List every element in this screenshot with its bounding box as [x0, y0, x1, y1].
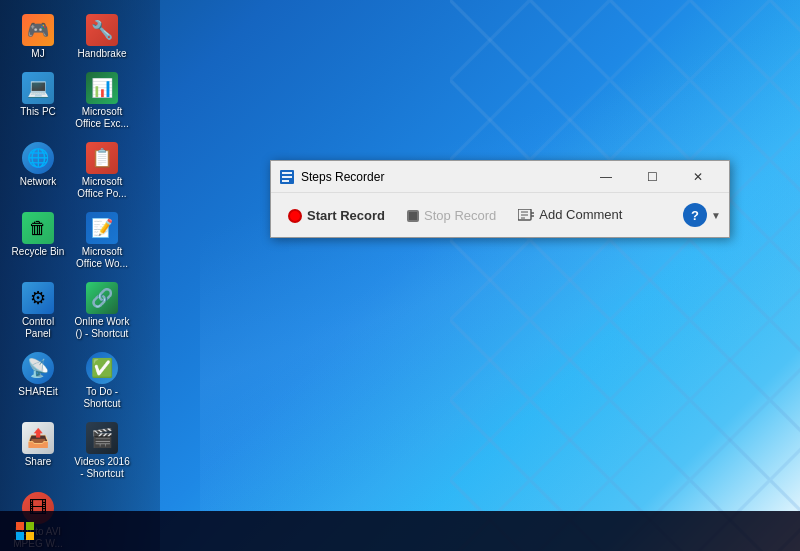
minimize-button[interactable]: —: [583, 161, 629, 193]
icon-row-5: ⚙ Control Panel 🔗 Online Work () - Short…: [8, 278, 132, 344]
desktop-icon-network[interactable]: 🌐 Network: [8, 138, 68, 204]
videos-icon: 🎬: [86, 422, 118, 454]
stop-record-button[interactable]: Stop Record: [398, 202, 505, 228]
svg-rect-3: [282, 180, 289, 182]
svg-rect-10: [16, 522, 24, 530]
powerpoint-icon: 📋: [86, 142, 118, 174]
svg-rect-2: [282, 176, 292, 178]
powerpoint-label: Microsoft Office Po...: [74, 176, 130, 200]
svg-rect-1: [282, 172, 292, 174]
taskbar: [0, 511, 800, 551]
shareit-label: SHAREit: [18, 386, 57, 398]
svg-rect-11: [26, 522, 34, 530]
icon-row-3: 🌐 Network 📋 Microsoft Office Po...: [8, 138, 132, 204]
window-titlebar[interactable]: Steps Recorder — ☐ ✕: [271, 161, 729, 193]
stop-record-icon: [407, 207, 419, 223]
control-panel-label: Control Panel: [10, 316, 66, 340]
recycle-label: Recycle Bin: [12, 246, 65, 258]
add-comment-label: Add Comment: [539, 207, 622, 222]
desktop: 🎮 MJ 🔧 Handbrake 💻 This PC 📊: [0, 0, 800, 551]
online-work-icon: 🔗: [86, 282, 118, 314]
help-button[interactable]: ?: [683, 203, 707, 227]
icon-row-6: 📡 SHAREit ✅ To Do - Shortcut: [8, 348, 132, 414]
excel-label: Microsoft Office Exc...: [74, 106, 130, 130]
add-comment-button[interactable]: Add Comment: [509, 202, 631, 227]
share-icon: 📤: [22, 422, 54, 454]
network-icon: 🌐: [22, 142, 54, 174]
stop-record-label: Stop Record: [424, 208, 496, 223]
steps-recorder-app-icon: [279, 169, 295, 185]
desktop-icon-share[interactable]: 📤 Share: [8, 418, 68, 484]
this-pc-icon: 💻: [22, 72, 54, 104]
excel-icon: 📊: [86, 72, 118, 104]
start-record-button[interactable]: Start Record: [279, 202, 394, 228]
icon-row-7: 📤 Share 🎬 Videos 2016 - Shortcut: [8, 418, 132, 484]
start-button[interactable]: [0, 511, 50, 551]
mi-label: MJ: [31, 48, 44, 60]
desktop-icon-recycle[interactable]: 🗑 Recycle Bin: [8, 208, 68, 274]
control-panel-icon: ⚙: [22, 282, 54, 314]
steps-recorder-window: Steps Recorder — ☐ ✕ Start Record St: [270, 160, 730, 238]
todo-label: To Do - Shortcut: [74, 386, 130, 410]
window-controls: — ☐ ✕: [583, 161, 721, 193]
online-work-label: Online Work () - Shortcut: [74, 316, 130, 340]
icon-row-4: 🗑 Recycle Bin 📝 Microsoft Office Wo...: [8, 208, 132, 274]
help-icon: ?: [691, 208, 699, 223]
svg-rect-13: [26, 532, 34, 540]
desktop-icon-ms-powerpoint[interactable]: 📋 Microsoft Office Po...: [72, 138, 132, 204]
svg-rect-12: [16, 532, 24, 540]
todo-icon: ✅: [86, 352, 118, 384]
background-grid: [450, 0, 800, 551]
desktop-icon-control-panel[interactable]: ⚙ Control Panel: [8, 278, 68, 344]
videos-label: Videos 2016 - Shortcut: [74, 456, 130, 480]
desktop-icon-videos[interactable]: 🎬 Videos 2016 - Shortcut: [72, 418, 132, 484]
window-title: Steps Recorder: [301, 170, 583, 184]
desktop-icon-this-pc[interactable]: 💻 This PC: [8, 68, 68, 134]
start-record-label: Start Record: [307, 208, 385, 223]
desktop-icon-online-work[interactable]: 🔗 Online Work () - Shortcut: [72, 278, 132, 344]
this-pc-label: This PC: [20, 106, 56, 118]
mi-icon: 🎮: [22, 14, 54, 46]
add-comment-icon: [518, 207, 534, 222]
word-label: Microsoft Office Wo...: [74, 246, 130, 270]
desktop-icon-mi[interactable]: 🎮 MJ: [8, 10, 68, 64]
recycle-icon: 🗑: [22, 212, 54, 244]
desktop-icon-todo[interactable]: ✅ To Do - Shortcut: [72, 348, 132, 414]
network-label: Network: [20, 176, 57, 188]
share-label: Share: [25, 456, 52, 468]
dropdown-arrow-icon[interactable]: ▼: [711, 210, 721, 221]
desktop-icons-container: 🎮 MJ 🔧 Handbrake 💻 This PC 📊: [8, 10, 132, 551]
desktop-icon-ms-excel[interactable]: 📊 Microsoft Office Exc...: [72, 68, 132, 134]
handbrake-label: Handbrake: [78, 48, 127, 60]
word-icon: 📝: [86, 212, 118, 244]
icon-row-1: 🎮 MJ 🔧 Handbrake: [8, 10, 132, 64]
desktop-icon-handbrake[interactable]: 🔧 Handbrake: [72, 10, 132, 64]
maximize-button[interactable]: ☐: [629, 161, 675, 193]
handbrake-icon: 🔧: [86, 14, 118, 46]
desktop-icon-shareit[interactable]: 📡 SHAREit: [8, 348, 68, 414]
desktop-icon-ms-word[interactable]: 📝 Microsoft Office Wo...: [72, 208, 132, 274]
shareit-icon: 📡: [22, 352, 54, 384]
window-toolbar: Start Record Stop Record: [271, 193, 729, 237]
icon-row-2: 💻 This PC 📊 Microsoft Office Exc...: [8, 68, 132, 134]
start-record-icon: [288, 207, 302, 223]
close-button[interactable]: ✕: [675, 161, 721, 193]
